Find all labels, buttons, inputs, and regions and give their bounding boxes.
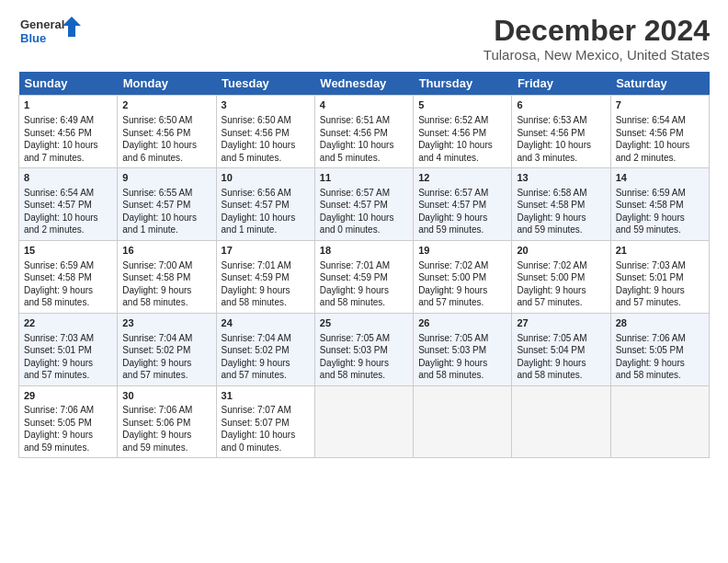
day-number: 31 <box>222 389 310 403</box>
day-cell-5: 5Sunrise: 6:52 AMSunset: 4:56 PMDaylight… <box>414 96 512 168</box>
day-cell-22: 22Sunrise: 7:03 AMSunset: 5:01 PMDayligh… <box>19 313 118 385</box>
day-number: 24 <box>222 316 310 330</box>
daylight-text: Daylight: 10 hours <box>320 212 408 224</box>
day-cell-26: 26Sunrise: 7:05 AMSunset: 5:03 PMDayligh… <box>414 313 512 385</box>
daylight-text: Daylight: 10 hours <box>24 139 112 152</box>
sunrise-text: Sunrise: 7:05 AM <box>517 332 605 345</box>
sunset-text: Sunset: 5:05 PM <box>24 417 112 430</box>
calendar-table: Sunday Monday Tuesday Wednesday Thursday… <box>18 72 710 458</box>
day-number: 12 <box>418 171 506 185</box>
daylight-text: Daylight: 9 hours <box>418 212 506 224</box>
day-cell-12: 12Sunrise: 6:57 AMSunset: 4:57 PMDayligh… <box>414 168 512 241</box>
sunrise-text: Sunrise: 6:57 AM <box>320 187 408 200</box>
header: GeneralBlue December 2024 Tularosa, New … <box>18 15 710 63</box>
sunrise-text: Sunrise: 6:55 AM <box>122 187 210 200</box>
day-cell-10: 10Sunrise: 6:56 AMSunset: 4:57 PMDayligh… <box>216 168 314 241</box>
sunrise-text: Sunrise: 6:59 AM <box>616 187 704 200</box>
sunrise-text: Sunrise: 6:51 AM <box>320 114 408 127</box>
daylight-text: and 57 minutes. <box>122 369 210 382</box>
calendar-row: 8Sunrise: 6:54 AMSunset: 4:57 PMDaylight… <box>19 168 710 241</box>
daylight-text: and 58 minutes. <box>418 369 506 382</box>
day-number: 19 <box>418 244 506 258</box>
daylight-text: Daylight: 9 hours <box>418 357 506 370</box>
sunset-text: Sunset: 4:56 PM <box>517 127 605 140</box>
sunset-text: Sunset: 4:58 PM <box>24 271 112 284</box>
empty-cell <box>512 385 610 458</box>
sunset-text: Sunset: 4:56 PM <box>122 127 210 140</box>
sunrise-text: Sunrise: 6:54 AM <box>24 187 112 200</box>
col-saturday: Saturday <box>610 72 709 96</box>
daylight-text: Daylight: 10 hours <box>320 139 408 152</box>
daylight-text: and 59 minutes. <box>24 442 112 454</box>
sunset-text: Sunset: 4:56 PM <box>320 127 408 140</box>
day-cell-16: 16Sunrise: 7:00 AMSunset: 4:58 PMDayligh… <box>118 240 216 313</box>
daylight-text: Daylight: 9 hours <box>24 429 112 442</box>
day-number: 30 <box>122 389 210 403</box>
day-number: 3 <box>222 98 310 112</box>
subtitle: Tularosa, New Mexico, United States <box>483 47 710 63</box>
daylight-text: and 3 minutes. <box>517 152 605 165</box>
sunrise-text: Sunrise: 6:53 AM <box>517 114 605 127</box>
daylight-text: and 0 minutes. <box>222 442 310 454</box>
daylight-text: Daylight: 10 hours <box>222 212 310 224</box>
sunrise-text: Sunrise: 7:02 AM <box>418 259 506 272</box>
sunset-text: Sunset: 4:56 PM <box>418 127 506 140</box>
sunset-text: Sunset: 5:02 PM <box>122 344 210 357</box>
day-number: 13 <box>517 171 605 185</box>
day-number: 6 <box>517 98 605 112</box>
main-title: December 2024 <box>483 15 710 47</box>
daylight-text: and 59 minutes. <box>122 442 210 454</box>
day-number: 17 <box>222 244 310 258</box>
day-number: 23 <box>122 316 210 330</box>
day-number: 21 <box>616 244 704 258</box>
day-cell-9: 9Sunrise: 6:55 AMSunset: 4:57 PMDaylight… <box>118 168 216 241</box>
header-row: Sunday Monday Tuesday Wednesday Thursday… <box>19 72 710 96</box>
calendar-row: 22Sunrise: 7:03 AMSunset: 5:01 PMDayligh… <box>19 313 710 385</box>
day-cell-19: 19Sunrise: 7:02 AMSunset: 5:00 PMDayligh… <box>414 240 512 313</box>
daylight-text: Daylight: 10 hours <box>418 139 506 152</box>
day-cell-24: 24Sunrise: 7:04 AMSunset: 5:02 PMDayligh… <box>216 313 314 385</box>
sunset-text: Sunset: 4:58 PM <box>122 271 210 284</box>
sunset-text: Sunset: 4:56 PM <box>24 127 112 140</box>
daylight-text: and 57 minutes. <box>24 369 112 382</box>
daylight-text: Daylight: 9 hours <box>517 357 605 370</box>
sunset-text: Sunset: 4:57 PM <box>222 199 310 212</box>
day-cell-13: 13Sunrise: 6:58 AMSunset: 4:58 PMDayligh… <box>512 168 610 241</box>
day-number: 18 <box>320 244 408 258</box>
col-thursday: Thursday <box>414 72 512 96</box>
daylight-text: Daylight: 9 hours <box>122 429 210 442</box>
sunrise-text: Sunrise: 7:04 AM <box>122 332 210 345</box>
day-cell-6: 6Sunrise: 6:53 AMSunset: 4:56 PMDaylight… <box>512 96 610 168</box>
daylight-text: and 1 minute. <box>122 224 210 236</box>
day-cell-30: 30Sunrise: 7:06 AMSunset: 5:06 PMDayligh… <box>118 385 216 458</box>
sunrise-text: Sunrise: 7:05 AM <box>320 332 408 345</box>
sunrise-text: Sunrise: 6:50 AM <box>222 114 310 127</box>
daylight-text: and 59 minutes. <box>418 224 506 236</box>
daylight-text: and 57 minutes. <box>517 296 605 309</box>
sunset-text: Sunset: 4:58 PM <box>616 199 704 212</box>
day-cell-17: 17Sunrise: 7:01 AMSunset: 4:59 PMDayligh… <box>216 240 314 313</box>
sunset-text: Sunset: 5:02 PM <box>222 344 310 357</box>
sunrise-text: Sunrise: 6:50 AM <box>122 114 210 127</box>
day-cell-23: 23Sunrise: 7:04 AMSunset: 5:02 PMDayligh… <box>118 313 216 385</box>
daylight-text: and 58 minutes. <box>616 369 704 382</box>
col-sunday: Sunday <box>19 72 118 96</box>
col-wednesday: Wednesday <box>314 72 413 96</box>
col-tuesday: Tuesday <box>216 72 314 96</box>
sunrise-text: Sunrise: 6:56 AM <box>222 187 310 200</box>
daylight-text: and 58 minutes. <box>320 369 408 382</box>
day-number: 7 <box>616 98 704 112</box>
daylight-text: Daylight: 9 hours <box>616 284 704 297</box>
daylight-text: Daylight: 9 hours <box>320 357 408 370</box>
daylight-text: Daylight: 9 hours <box>222 357 310 370</box>
day-cell-14: 14Sunrise: 6:59 AMSunset: 4:58 PMDayligh… <box>610 168 709 241</box>
daylight-text: and 6 minutes. <box>122 152 210 165</box>
day-number: 5 <box>418 98 506 112</box>
sunrise-text: Sunrise: 6:54 AM <box>616 114 704 127</box>
sunset-text: Sunset: 5:00 PM <box>418 271 506 284</box>
sunrise-text: Sunrise: 7:06 AM <box>24 404 112 417</box>
day-cell-27: 27Sunrise: 7:05 AMSunset: 5:04 PMDayligh… <box>512 313 610 385</box>
day-number: 14 <box>616 171 704 185</box>
sunset-text: Sunset: 5:03 PM <box>418 344 506 357</box>
day-number: 27 <box>517 316 605 330</box>
